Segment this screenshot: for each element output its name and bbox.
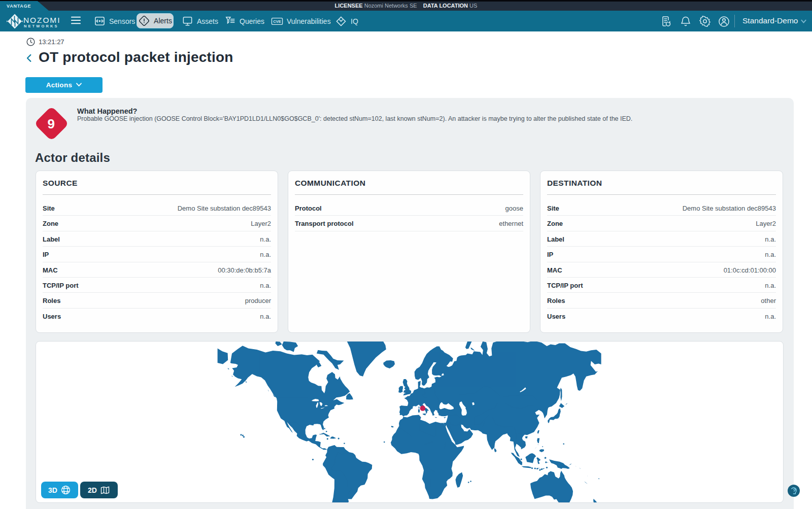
svg-text:CVE: CVE — [273, 19, 281, 24]
